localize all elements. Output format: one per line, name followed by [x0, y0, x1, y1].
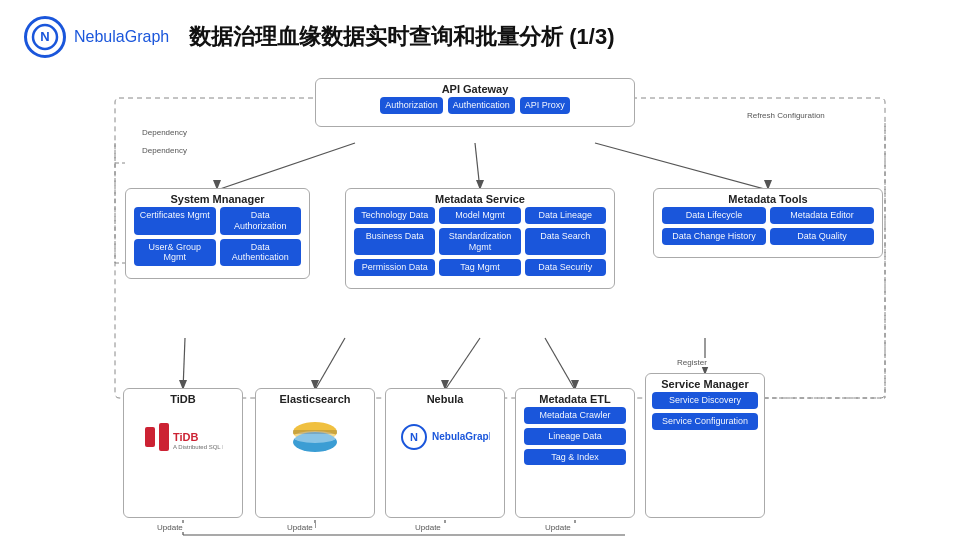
pill-user-group: User& Group Mgmt [134, 239, 216, 267]
pill-std-mgmt: Standardization Mgmt [439, 228, 520, 256]
slide-title: 数据治理血缘数据实时查询和批量分析 (1/3) [189, 22, 614, 52]
api-gateway-box: API Gateway Authorization Authentication… [315, 78, 635, 127]
pill-service-discovery: Service Discovery [652, 392, 758, 409]
svg-line-4 [475, 143, 480, 190]
svg-rect-36 [293, 430, 337, 434]
pill-authentication: Authentication [448, 97, 515, 114]
nebula-logo-container: N NebulaGraph [386, 407, 504, 467]
svg-line-5 [595, 143, 768, 190]
tidb-box: TiDB TiDB A Distributed SQL Database [123, 388, 243, 518]
update-label-4: Update [543, 523, 573, 532]
register-label: Register [675, 358, 709, 367]
service-manager-title: Service Manager [646, 374, 764, 392]
pill-lineage-data: Lineage Data [524, 428, 626, 445]
update-label-3: Update [413, 523, 443, 532]
svg-text:N: N [40, 29, 49, 44]
metadata-service-box: Metadata Service Technology Data Model M… [345, 188, 615, 289]
metadata-tools-grid: Data Lifecycle Metadata Editor Data Chan… [654, 207, 882, 249]
api-gateway-title: API Gateway [316, 79, 634, 97]
tidb-title: TiDB [124, 389, 242, 407]
metadata-service-title: Metadata Service [346, 189, 614, 207]
pill-model-mgmt: Model Mgmt [439, 207, 520, 224]
update-label-1: Update [155, 523, 185, 532]
svg-rect-29 [145, 427, 155, 447]
metadata-tools-title: Metadata Tools [654, 189, 882, 207]
svg-rect-30 [159, 423, 169, 451]
elasticsearch-title: Elasticsearch [256, 389, 374, 407]
svg-text:A Distributed SQL Database: A Distributed SQL Database [173, 444, 223, 450]
svg-line-14 [183, 338, 185, 390]
svg-line-18 [445, 338, 480, 390]
svg-line-20 [545, 338, 575, 390]
pill-tech-data: Technology Data [354, 207, 435, 224]
pill-api-proxy: API Proxy [520, 97, 570, 114]
pill-perm-data: Permission Data [354, 259, 435, 276]
pill-data-lineage: Data Lineage [525, 207, 606, 224]
pill-data-auth: Data Authorization [220, 207, 302, 235]
logo-nebula: Nebula [74, 28, 125, 45]
logo: N NebulaGraph [24, 16, 169, 58]
metadata-etl-title: Metadata ETL [516, 389, 634, 407]
elastic-logo-icon [285, 412, 345, 462]
system-manager-grid: Certificates Mgmt Data Authorization Use… [126, 207, 309, 270]
pill-data-sec: Data Security [525, 259, 606, 276]
system-manager-box: System Mnanager Certificates Mgmt Data A… [125, 188, 310, 279]
service-manager-box: Service Manager Service Discovery Servic… [645, 373, 765, 518]
pill-data-authn: Data Authentication [220, 239, 302, 267]
pill-lifecycle: Data Lifecycle [662, 207, 766, 224]
etl-pills: Metadata Crawler Lineage Data Tag & Inde… [516, 407, 634, 469]
svg-text:NebulaGraph: NebulaGraph [432, 431, 490, 442]
nebula-title: Nebula [386, 389, 504, 407]
pill-service-config: Service Configuration [652, 413, 758, 430]
elasticsearch-box: Elasticsearch [255, 388, 375, 518]
nebula-box: Nebula N NebulaGraph [385, 388, 505, 518]
dependency-label-2: Dependency [140, 146, 189, 155]
svg-line-16 [315, 338, 345, 390]
elastic-logo-container [256, 407, 374, 467]
nebula-logo-icon: N NebulaGraph [400, 423, 490, 451]
update-label-2: Update [285, 523, 315, 532]
system-manager-title: System Mnanager [126, 189, 309, 207]
pill-tag-mgmt: Tag Mgmt [439, 259, 520, 276]
tidb-logo-container: TiDB A Distributed SQL Database [124, 407, 242, 467]
dependency-label-1: Dependency [140, 128, 189, 137]
pill-metadata-crawler: Metadata Crawler [524, 407, 626, 424]
logo-icon: N [24, 16, 66, 58]
logo-graph: Graph [125, 28, 169, 45]
pill-biz-data: Business Data [354, 228, 435, 256]
svg-text:N: N [410, 431, 418, 443]
svg-text:TiDB: TiDB [173, 431, 199, 443]
logo-text: NebulaGraph [74, 28, 169, 46]
pill-data-change: Data Change History [662, 228, 766, 245]
metadata-tools-box: Metadata Tools Data Lifecycle Metadata E… [653, 188, 883, 258]
header: N NebulaGraph 数据治理血缘数据实时查询和批量分析 (1/3) [24, 16, 936, 58]
pill-data-search: Data Search [525, 228, 606, 256]
pill-tag-index: Tag & Index [524, 449, 626, 466]
pill-metadata-editor: Metadata Editor [770, 207, 874, 224]
tidb-logo-icon: TiDB A Distributed SQL Database [143, 419, 223, 455]
metadata-service-grid: Technology Data Model Mgmt Data Lineage … [346, 207, 614, 280]
sm-pills: Service Discovery Service Configuration [646, 392, 764, 434]
diagram: Dependency Dependency Refresh Configurat… [25, 68, 935, 538]
pill-data-quality: Data Quality [770, 228, 874, 245]
svg-line-3 [217, 143, 355, 190]
metadata-etl-box: Metadata ETL Metadata Crawler Lineage Da… [515, 388, 635, 518]
api-gateway-pills: Authorization Authentication API Proxy [316, 97, 634, 118]
pill-authorization: Authorization [380, 97, 443, 114]
pill-cert-mgmt: Certificates Mgmt [134, 207, 216, 235]
slide: N NebulaGraph 数据治理血缘数据实时查询和批量分析 (1/3) [0, 0, 960, 540]
refresh-label: Refresh Configuration [745, 111, 827, 120]
